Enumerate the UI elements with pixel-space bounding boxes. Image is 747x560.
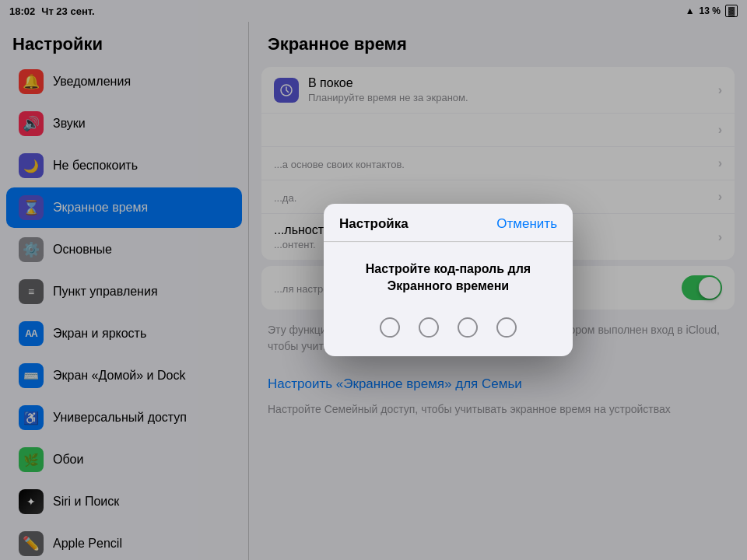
pin-dots-container (339, 317, 557, 338)
modal-body: Настройте код-пароль дляЭкранного времен… (324, 242, 573, 356)
modal-instruction: Настройте код-пароль дляЭкранного времен… (339, 261, 557, 296)
pin-dot-4 (496, 317, 517, 338)
modal-title: Настройка (339, 216, 409, 232)
pin-dot-3 (458, 317, 478, 338)
pin-dot-1 (380, 317, 400, 338)
pin-dot-2 (419, 317, 439, 338)
modal-cancel-button[interactable]: Отменить (496, 216, 557, 232)
passcode-modal: Настройка Отменить Настройте код-пароль … (324, 204, 573, 356)
modal-header: Настройка Отменить (324, 204, 573, 242)
